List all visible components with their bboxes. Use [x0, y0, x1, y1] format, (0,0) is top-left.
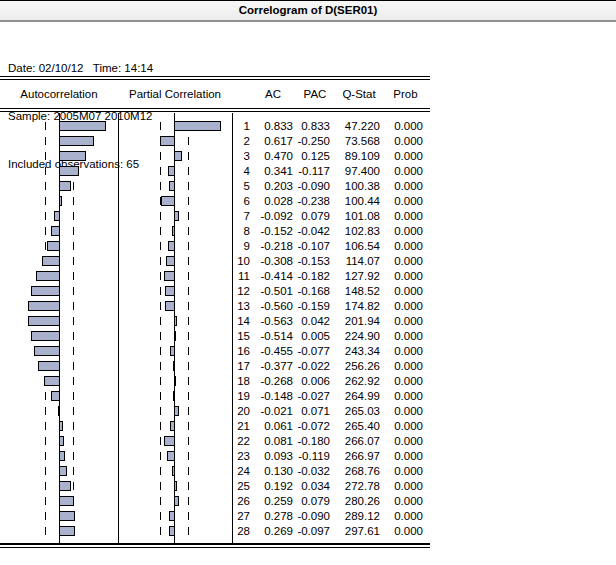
pac-value: -0.180	[296, 434, 334, 449]
prob-value: 0.000	[384, 194, 427, 209]
prob-value: 0.000	[384, 344, 427, 359]
pac-bar-cell	[118, 269, 232, 284]
pac-bar-cell	[118, 164, 232, 179]
pac-bar-cell	[118, 494, 232, 509]
prob-value: 0.000	[384, 134, 427, 149]
qstat-value: 268.76	[334, 464, 384, 479]
lag-value: 11	[232, 269, 250, 284]
correlogram-row: 18-0.2680.006262.920.000	[0, 374, 427, 389]
pac-bar-cell	[118, 404, 232, 419]
ac-value: 0.259	[250, 494, 296, 509]
prob-value: 0.000	[384, 464, 427, 479]
ac-value: 0.269	[250, 524, 296, 539]
ac-bar	[36, 271, 60, 281]
ac-bar-cell	[0, 479, 118, 494]
qstat-value: 148.52	[334, 284, 384, 299]
lag-value: 19	[232, 389, 250, 404]
qstat-value: 47.220	[334, 119, 384, 134]
ac-bar-cell	[0, 194, 118, 209]
divider-header-2	[0, 111, 430, 112]
qstat-value: 73.568	[334, 134, 384, 149]
lag-value: 10	[232, 254, 250, 269]
correlogram-row: 20-0.0210.071265.030.000	[0, 404, 427, 419]
ac-value: -0.501	[250, 284, 296, 299]
pac-bar-cell	[118, 374, 232, 389]
correlogram-row: 10.8330.83347.2200.000	[0, 119, 427, 134]
ac-value: 0.061	[250, 419, 296, 434]
correlogram-row: 15-0.5140.005224.900.000	[0, 329, 427, 344]
ac-value: -0.455	[250, 344, 296, 359]
pac-value: 0.833	[296, 119, 334, 134]
prob-value: 0.000	[384, 269, 427, 284]
header-qstat: Q-Stat	[334, 87, 384, 102]
pac-value: -0.072	[296, 419, 334, 434]
ac-bar	[51, 226, 60, 236]
pac-bar	[166, 256, 175, 266]
qstat-value: 127.92	[334, 269, 384, 284]
ac-value: 0.081	[250, 434, 296, 449]
divider-bottom-1	[0, 543, 430, 545]
qstat-value: 201.94	[334, 314, 384, 329]
pac-value: -0.159	[296, 299, 334, 314]
ac-bar-cell	[0, 299, 118, 314]
ac-bar	[54, 211, 60, 221]
divider-top-1	[0, 76, 430, 77]
ac-bar	[59, 421, 63, 431]
pac-bar-cell	[118, 224, 232, 239]
ac-bar	[28, 301, 60, 311]
pac-value: 0.042	[296, 314, 334, 329]
ac-bar-cell	[0, 209, 118, 224]
ac-bar-cell	[0, 344, 118, 359]
correlogram-row: 280.269-0.097297.610.000	[0, 524, 427, 539]
prob-value: 0.000	[384, 224, 427, 239]
ac-bar	[59, 196, 62, 206]
prob-value: 0.000	[384, 419, 427, 434]
pac-bar-cell	[118, 254, 232, 269]
divider-bottom-2	[0, 547, 430, 548]
pac-value: -0.238	[296, 194, 334, 209]
window-title: Correlogram of D(SER01)	[239, 4, 378, 16]
ac-bar	[59, 136, 94, 146]
ac-bar	[59, 526, 75, 536]
prob-value: 0.000	[384, 434, 427, 449]
correlogram-row: 270.278-0.090289.120.000	[0, 509, 427, 524]
correlogram-row: 17-0.377-0.022256.260.000	[0, 359, 427, 374]
ac-value: -0.148	[250, 389, 296, 404]
ac-bar	[59, 166, 79, 176]
qstat-value: 280.26	[334, 494, 384, 509]
ac-value: 0.341	[250, 164, 296, 179]
correlogram-row: 9-0.218-0.107106.540.000	[0, 239, 427, 254]
ac-value: 0.617	[250, 134, 296, 149]
correlogram-row: 7-0.0920.079101.080.000	[0, 209, 427, 224]
qstat-value: 89.109	[334, 149, 384, 164]
ac-bar-cell	[0, 149, 118, 164]
pac-bar-cell	[118, 239, 232, 254]
ac-bar	[59, 466, 67, 476]
qstat-value: 265.40	[334, 419, 384, 434]
date-time-line: Date: 02/10/12 Time: 14:14	[8, 60, 153, 76]
ac-value: 0.203	[250, 179, 296, 194]
correlogram-row: 12-0.501-0.168148.520.000	[0, 284, 427, 299]
qstat-value: 265.03	[334, 404, 384, 419]
pac-value: 0.125	[296, 149, 334, 164]
ac-value: 0.093	[250, 449, 296, 464]
pac-bar	[174, 211, 179, 221]
qstat-value: 262.92	[334, 374, 384, 389]
pac-bar-cell	[118, 509, 232, 524]
ac-value: -0.377	[250, 359, 296, 374]
ac-bar-cell	[0, 434, 118, 449]
lag-value: 14	[232, 314, 250, 329]
lag-value: 20	[232, 404, 250, 419]
ac-bar	[34, 346, 60, 356]
ac-bar	[59, 151, 86, 161]
qstat-value: 266.97	[334, 449, 384, 464]
pac-bar-cell	[118, 389, 232, 404]
prob-value: 0.000	[384, 209, 427, 224]
ac-bar-cell	[0, 254, 118, 269]
ac-bar-cell	[0, 449, 118, 464]
ac-bar-cell	[0, 464, 118, 479]
correlogram-row: 20.617-0.25073.5680.000	[0, 134, 427, 149]
correlogram-row: 11-0.414-0.182127.920.000	[0, 269, 427, 284]
window-title-bar[interactable]: Correlogram of D(SER01)	[0, 0, 616, 22]
pac-bar	[174, 331, 176, 341]
